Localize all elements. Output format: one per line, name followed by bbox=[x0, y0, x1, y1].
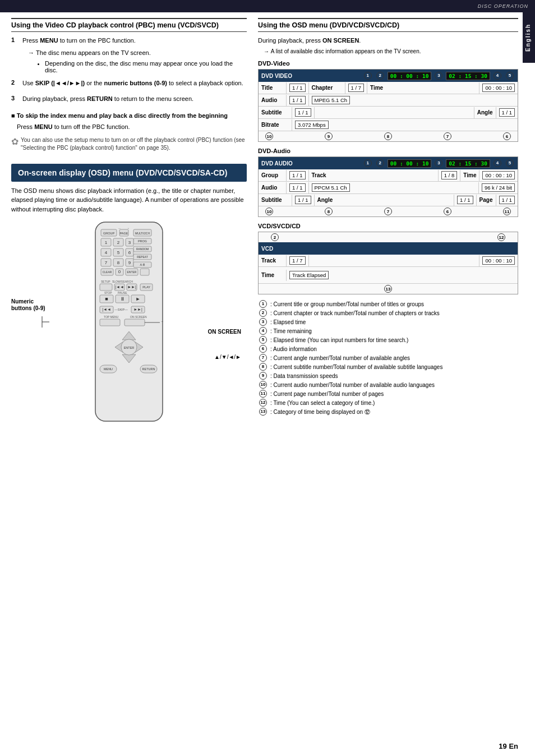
dvd-video-row-audio: Audio 1 / 1 MPEG 5.1 Ch bbox=[259, 94, 518, 107]
track-elapsed-label: Track Elapsed bbox=[289, 271, 329, 279]
dvd-audio-bottom-markers: 10 8 7 6 11 bbox=[259, 206, 518, 216]
remote-control-svg: GROUP PAGE — + MULTI/2CH PROG 1 2 3 bbox=[84, 219, 174, 427]
right-section-title: Using the OSD menu (DVD/VCD/SVCD/CD) bbox=[258, 18, 518, 32]
svg-text:7: 7 bbox=[105, 260, 108, 265]
step-3-text: During playback, press RETURN to return … bbox=[22, 95, 193, 104]
note-symbol: ✿ bbox=[11, 136, 19, 156]
svg-text:9: 9 bbox=[128, 260, 131, 265]
osd-intro-text: The OSD menu shows disc playback informa… bbox=[11, 186, 247, 214]
svg-text:4: 4 bbox=[105, 250, 108, 255]
svg-text:STOP: STOP bbox=[104, 291, 112, 294]
legend-5: 5 : Elapsed time (You can input numbers … bbox=[258, 336, 518, 345]
svg-text:SLOW/SEARCH: SLOW/SEARCH bbox=[112, 280, 133, 283]
dvd-video-bottom-markers: 10 9 8 7 6 bbox=[259, 131, 518, 141]
note-text: You can also use the setup menu to turn … bbox=[21, 136, 247, 153]
svg-text:ON SCREEN: ON SCREEN bbox=[130, 315, 147, 319]
dvd-video-diagram: DVD VIDEO 1 2 00 : 00 : 10 3 02 : 15 : 3… bbox=[258, 69, 518, 142]
legend-2: 2 : Current chapter or track number/Tota… bbox=[258, 309, 518, 318]
svg-text:■: ■ bbox=[105, 296, 108, 302]
svg-text:PROG: PROG bbox=[138, 239, 147, 243]
on-screen-label-text: ON SCREEN bbox=[208, 329, 241, 335]
legend-11: 11 : Current page number/Total number of… bbox=[258, 390, 518, 399]
svg-text:0: 0 bbox=[118, 269, 121, 274]
step-2: 2 Use SKIP (|◄◄/►►|) or the numeric butt… bbox=[11, 79, 247, 91]
dvd-video-row-title: Title 1 / 1 Chapter 1 / 7 Time 00 : 00 :… bbox=[259, 82, 518, 94]
step-2-num: 2 bbox=[11, 79, 19, 86]
note-area: ✿ You can also use the setup menu to tur… bbox=[11, 136, 247, 156]
step-1-bullet-1: The disc menu appears on the TV screen. bbox=[28, 49, 247, 58]
svg-text:PLAY: PLAY bbox=[142, 285, 150, 289]
svg-text:PAGE: PAGE bbox=[120, 232, 128, 235]
step-1-text: Press MENU to turn on the PBC function. bbox=[22, 36, 247, 45]
highlight-title: On-screen display (OSD) menu (DVD/VCD/SV… bbox=[18, 168, 240, 177]
svg-text:5: 5 bbox=[117, 250, 120, 255]
sub-heading: ■ To skip the index menu and play back a… bbox=[11, 112, 247, 121]
vcd-track-row: Track 1 / 7 00 : 00 : 10 bbox=[259, 255, 518, 267]
legend-6: 6 : Audio information bbox=[258, 345, 518, 354]
svg-text:►: ► bbox=[136, 296, 141, 302]
arrow-label: ▲/▼/◄/► bbox=[214, 354, 241, 360]
svg-text:6: 6 bbox=[128, 250, 131, 255]
legend-list: 1 : Current title or group number/Total … bbox=[258, 300, 518, 417]
svg-text:PAUSE: PAUSE bbox=[118, 291, 127, 294]
svg-text:MENU: MENU bbox=[104, 367, 113, 371]
svg-text:⏸: ⏸ bbox=[120, 296, 125, 302]
svg-rect-69 bbox=[124, 319, 145, 326]
step-3: 3 During playback, press RETURN to retur… bbox=[11, 95, 247, 107]
svg-text:|◄◄: |◄◄ bbox=[115, 285, 124, 289]
svg-text:MULTI/2CH: MULTI/2CH bbox=[135, 232, 150, 235]
step-1: 1 Press MENU to turn on the PBC function… bbox=[11, 36, 247, 76]
english-tab: English bbox=[523, 12, 535, 63]
step-1-content: Press MENU to turn on the PBC function. … bbox=[22, 36, 247, 76]
dvd-audio-header: DVD AUDIO 1 2 00 : 00 : 10 3 02 : 15 : 3… bbox=[259, 157, 518, 169]
left-column: Using the Video CD playback control (PBC… bbox=[11, 18, 247, 427]
dvd-audio-diagram: DVD AUDIO 1 2 00 : 00 : 10 3 02 : 15 : 3… bbox=[258, 156, 518, 217]
legend-3: 3 : Elapsed time bbox=[258, 318, 518, 327]
legend-4: 4 : Time remaining bbox=[258, 327, 518, 336]
legend-7: 7 : Current angle number/Total number of… bbox=[258, 354, 518, 363]
right-bullet: A list of available disc information app… bbox=[264, 48, 518, 56]
on-screen-line: → bbox=[160, 320, 164, 323]
step-3-num: 3 bbox=[11, 95, 19, 102]
svg-text:CLEAR: CLEAR bbox=[103, 270, 112, 274]
top-bar: DISC OPERATION bbox=[0, 0, 535, 12]
left-section-title: Using the Video CD playback control (PBC… bbox=[11, 18, 247, 32]
numeric-label: Numericbuttons (0-9) bbox=[11, 298, 50, 330]
svg-text:SETUP: SETUP bbox=[101, 280, 110, 283]
right-intro: During playback, press ON SCREEN. bbox=[258, 36, 518, 45]
svg-text:A·B: A·B bbox=[140, 263, 145, 266]
dvd-audio-row-group: Group 1 / 1 Track 1 / 8 Time 00 : 00 : 1… bbox=[259, 169, 518, 182]
step-2-text: Use SKIP (|◄◄/►►|) or the numeric button… bbox=[22, 79, 243, 88]
svg-text:8: 8 bbox=[117, 260, 120, 265]
vcd-label: VCD/SVCD/CD bbox=[258, 223, 518, 229]
legend-9: 9 : Data transmission speeds bbox=[258, 372, 518, 381]
vcd-time-row: Time Track Elapsed bbox=[259, 267, 518, 284]
svg-text:TOP MENU: TOP MENU bbox=[104, 315, 119, 319]
svg-text:RANDOM: RANDOM bbox=[136, 247, 149, 251]
dvd-video-header: DVD VIDEO 1 2 00 : 00 : 10 3 02 : 15 : 3… bbox=[259, 70, 518, 82]
svg-text:—SKIP—: —SKIP— bbox=[114, 308, 128, 311]
svg-text:REPEAT: REPEAT bbox=[137, 255, 148, 259]
remote-area: Numericbuttons (0-9) GROUP PAGE — + bbox=[11, 219, 247, 427]
svg-rect-43 bbox=[140, 269, 149, 275]
right-column: Using the OSD menu (DVD/VCD/SVCD/CD) Dur… bbox=[258, 18, 518, 427]
step-1-num: 1 bbox=[11, 36, 19, 43]
dvd-video-row-bitrate: Bitrate 3.072 Mbps bbox=[259, 119, 518, 131]
dvd-video-row-subtitle: Subtitle 1 / 1 Angle 1 / 1 bbox=[259, 107, 518, 119]
legend-1: 1 : Current title or group number/Total … bbox=[258, 300, 518, 309]
svg-text:3: 3 bbox=[128, 240, 131, 245]
highlight-section: On-screen display (OSD) menu (DVD/VCD/SV… bbox=[11, 164, 247, 182]
svg-text:ENTER: ENTER bbox=[124, 346, 135, 349]
svg-text:—: — bbox=[118, 227, 121, 229]
page-number: 19 En bbox=[499, 742, 518, 750]
svg-text:RETURN: RETURN bbox=[142, 367, 155, 371]
legend-13: 13 : Category of time being displayed on… bbox=[258, 408, 518, 417]
svg-text:GROUP: GROUP bbox=[103, 232, 115, 235]
sub-text: Press MENU to turn off the PBC function. bbox=[17, 123, 247, 132]
main-content: Using the Video CD playback control (PBC… bbox=[0, 12, 535, 432]
disc-operation-label: DISC OPERATION bbox=[478, 3, 528, 9]
dvd-audio-label: DVD-Audio bbox=[258, 147, 518, 154]
svg-text:►►|: ►►| bbox=[127, 285, 136, 289]
svg-rect-68 bbox=[100, 319, 120, 326]
svg-text:2: 2 bbox=[117, 240, 120, 245]
